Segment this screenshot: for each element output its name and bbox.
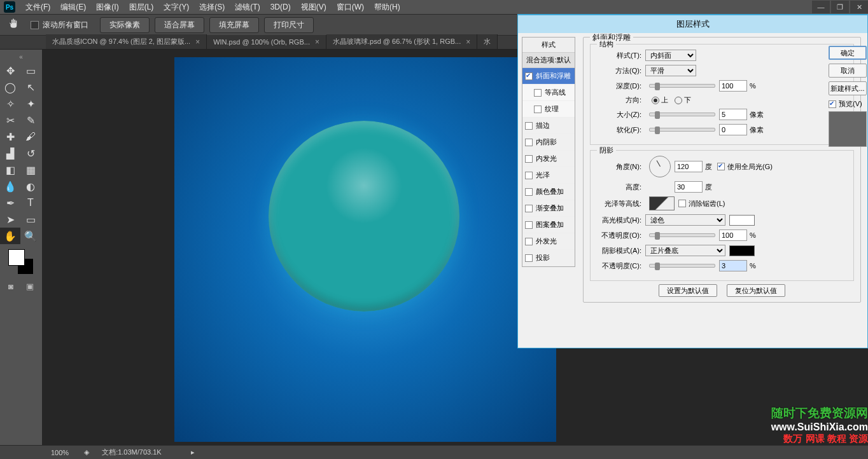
style-inner-shadow[interactable]: 内阴影 [522, 134, 575, 151]
foreground-color[interactable] [8, 249, 25, 266]
size-slider[interactable] [649, 113, 715, 116]
brush-tool[interactable]: 🖌 [20, 128, 41, 145]
style-contour[interactable]: 等高线 [522, 85, 575, 101]
make-default-button[interactable]: 设置为默认值 [659, 284, 717, 297]
print-size-button[interactable]: 打印尺寸 [264, 17, 314, 33]
styles-header[interactable]: 样式 [522, 38, 575, 53]
preview-checkbox[interactable] [829, 100, 836, 108]
healing-tool[interactable]: ✚ [0, 128, 20, 145]
close-icon[interactable]: × [195, 38, 200, 46]
menu-type[interactable]: 文字(Y) [158, 0, 194, 15]
quick-mask-icon[interactable]: ◙ [3, 280, 19, 292]
style-bevel-emboss[interactable]: 斜面和浮雕 [522, 68, 575, 85]
angle-input[interactable] [675, 161, 703, 172]
style-color-overlay[interactable]: 颜色叠加 [522, 184, 575, 200]
window-close-button[interactable]: ✕ [850, 1, 868, 13]
fit-screen-button[interactable]: 适合屏幕 [155, 17, 204, 33]
style-texture[interactable]: 纹理 [522, 101, 575, 118]
altitude-input[interactable] [675, 181, 703, 193]
wand-tool[interactable]: ✧ [0, 95, 20, 112]
angle-control[interactable] [649, 156, 671, 177]
close-icon[interactable]: × [466, 38, 470, 46]
style-stroke[interactable]: 描边 [522, 118, 575, 134]
zoom-value[interactable]: 100% [51, 449, 69, 456]
menu-help[interactable]: 帮助(H) [369, 0, 405, 15]
actual-pixels-button[interactable]: 实际像素 [100, 17, 150, 33]
highlight-opacity-slider[interactable] [649, 233, 715, 237]
menu-select[interactable]: 选择(S) [194, 0, 230, 15]
stamp-tool[interactable]: ▟ [0, 145, 20, 161]
lasso-tool[interactable]: ◯ [0, 79, 20, 95]
zoom-tool[interactable]: 🔍 [20, 228, 41, 244]
highlight-color-swatch[interactable] [729, 215, 755, 226]
gloss-contour-picker[interactable] [649, 196, 675, 210]
document-tab[interactable]: 水晶质感ICON @ 97.4% (图层 2, 图层蒙版...× [46, 34, 207, 49]
eraser-tool[interactable]: ◧ [0, 161, 20, 178]
blend-options-header[interactable]: 混合选项:默认 [522, 53, 575, 68]
shadow-color-swatch[interactable] [729, 245, 755, 256]
path-select-tool[interactable]: ➤ [0, 211, 20, 228]
style-drop-shadow[interactable]: 投影 [522, 250, 575, 266]
window-minimize-button[interactable]: — [812, 1, 830, 13]
method-select[interactable]: 平滑 [645, 65, 696, 76]
quick-select-tool[interactable]: ✦ [20, 95, 41, 112]
soften-slider[interactable] [649, 128, 715, 132]
close-icon[interactable]: × [315, 38, 319, 46]
shadow-opacity-slider[interactable] [649, 264, 715, 268]
artboard[interactable] [174, 57, 556, 442]
history-brush-tool[interactable]: ↺ [20, 145, 41, 161]
cancel-button[interactable]: 取消 [829, 64, 867, 78]
depth-slider[interactable] [649, 84, 715, 88]
scroll-all-checkbox[interactable]: 滚动所有窗口 [31, 20, 88, 31]
shadow-mode-select[interactable]: 正片叠底 [645, 245, 725, 256]
size-input[interactable] [719, 109, 747, 120]
type-tool[interactable]: T [20, 195, 41, 211]
direction-up-radio[interactable] [652, 97, 659, 104]
style-pattern-overlay[interactable]: 图案叠加 [522, 217, 575, 233]
depth-input[interactable] [719, 80, 747, 92]
menu-filter[interactable]: 滤镜(T) [230, 0, 265, 15]
highlight-mode-select[interactable]: 滤色 [645, 214, 725, 226]
new-style-button[interactable]: 新建样式... [829, 81, 867, 95]
style-satin[interactable]: 光泽 [522, 167, 575, 184]
hand-tool-preset-icon[interactable] [8, 18, 22, 32]
antialias-checkbox[interactable] [678, 200, 686, 207]
shadow-opacity-input[interactable] [719, 260, 747, 271]
crop-tool[interactable]: ✂ [0, 112, 20, 128]
pen-tool[interactable]: ✒ [0, 195, 20, 211]
move-tool[interactable]: ✥ [0, 62, 20, 79]
soften-input[interactable] [719, 124, 747, 135]
style-outer-glow[interactable]: 外发光 [522, 233, 575, 250]
doc-info[interactable]: 文档:1.03M/703.1K [102, 448, 162, 457]
menu-image[interactable]: 图像(I) [91, 0, 123, 15]
document-tab[interactable]: 水 [477, 34, 498, 49]
document-tab[interactable]: WIN.psd @ 100% (Orb, RGB...× [207, 35, 326, 49]
hand-tool[interactable]: ✋ [0, 228, 20, 244]
reset-default-button[interactable]: 复位为默认值 [727, 284, 785, 297]
ok-button[interactable]: 确定 [829, 46, 867, 60]
fill-screen-button[interactable]: 填充屏幕 [209, 17, 259, 33]
marquee-tool[interactable]: ▭ [20, 62, 41, 79]
menu-window[interactable]: 窗口(W) [332, 0, 369, 15]
direction-down-radio[interactable] [675, 97, 682, 104]
window-restore-button[interactable]: ❐ [831, 1, 849, 13]
menu-edit[interactable]: 编辑(E) [55, 0, 91, 15]
shape-tool[interactable]: ▭ [20, 211, 41, 228]
eyedropper-tool[interactable]: ✎ [20, 112, 41, 128]
menu-layer[interactable]: 图层(L) [124, 0, 159, 15]
global-light-checkbox[interactable] [717, 163, 725, 170]
color-swatches[interactable] [8, 249, 34, 275]
chevron-right-icon[interactable]: ▸ [191, 448, 195, 456]
gradient-tool[interactable]: ▦ [20, 161, 41, 178]
style-select[interactable]: 内斜面 [645, 50, 696, 61]
highlight-opacity-input[interactable] [719, 230, 747, 241]
style-inner-glow[interactable]: 内发光 [522, 151, 575, 167]
screen-mode-icon[interactable]: ▣ [22, 280, 38, 292]
status-icon[interactable]: ◈ [84, 448, 89, 456]
dodge-tool[interactable]: ◐ [20, 178, 41, 195]
style-gradient-overlay[interactable]: 渐变叠加 [522, 200, 575, 217]
blur-tool[interactable]: 💧 [0, 178, 20, 195]
menu-view[interactable]: 视图(V) [296, 0, 332, 15]
collapse-icon[interactable]: « [15, 53, 27, 60]
menu-3d[interactable]: 3D(D) [265, 1, 296, 13]
